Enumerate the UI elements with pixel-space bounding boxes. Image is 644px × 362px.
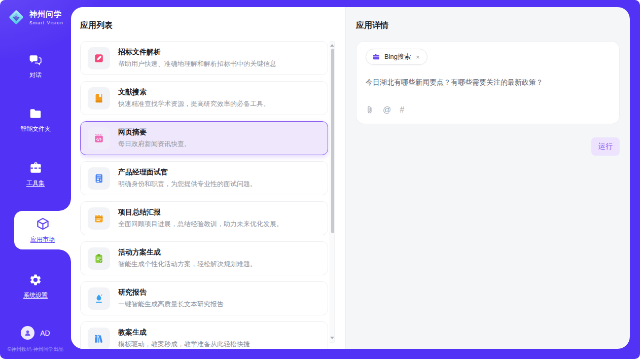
app-list: 招标文件解析 帮助用户快速、准确地理解和解析招标书中的关键信息 文献搜索 — [80, 41, 335, 349]
app-card-title: 项目总结汇报 — [118, 208, 283, 217]
sidebar-item-toolset[interactable]: 工具集 — [0, 157, 71, 191]
user-account[interactable]: AD — [0, 326, 71, 340]
app-card-description: 每日政府新闻资讯快查。 — [118, 139, 191, 149]
app-card-title: 产品经理面试官 — [118, 168, 257, 177]
ink-report-icon — [88, 287, 110, 310]
edit-document-icon — [88, 47, 110, 69]
sidebar-item-label: 工具集 — [26, 179, 45, 188]
sidebar-item-app-market[interactable]: 应用市场 — [14, 211, 71, 249]
prompt-input[interactable]: 今日湖北有哪些新闻要点？有哪些需要关注的最新政策？ — [366, 78, 610, 87]
close-icon[interactable]: × — [415, 53, 421, 61]
app-card-description: 明确身份和职责，为您提供专业性的面试问题。 — [118, 179, 257, 189]
brand-subtitle: Smart Vision — [29, 20, 63, 25]
input-toolbar: @ # — [366, 105, 610, 117]
app-detail-title: 应用详情 — [356, 20, 620, 31]
app-card-lesson-plan[interactable]: 教案生成 模板驱动，教案秒成，教学准备从此轻松快捷 — [80, 321, 328, 349]
cube-icon — [36, 217, 50, 231]
sidebar-item-label: 应用市场 — [30, 235, 55, 244]
browser-code-icon — [88, 127, 110, 150]
calendar-note-icon — [88, 207, 110, 230]
avatar-icon — [23, 329, 32, 337]
diamond-logo-icon — [7, 8, 25, 26]
main-content: 应用列表 招标文件解析 帮助用户快速、准确地理解和解析招标书中的关键信息 — [71, 7, 630, 349]
sidebar-item-settings[interactable]: 系统设置 — [0, 270, 71, 303]
user-name: AD — [40, 329, 50, 337]
app-card-description: 帮助用户快速、准确地理解和解析招标书中的关键信息 — [118, 59, 276, 68]
sidebar-item-label: 对话 — [29, 71, 42, 80]
app-card-description: 全面回顾项目进展，总结经验教训，助力未来优化发展。 — [118, 220, 283, 229]
sidebar-nav: 对话 智能文件夹 — [0, 50, 71, 303]
app-card-web-summary[interactable]: 网页摘要 每日政府新闻资讯快查。 — [80, 121, 328, 155]
app-list-title: 应用列表 — [80, 20, 345, 31]
sidebar-item-label: 系统设置 — [23, 291, 48, 300]
app-card-pm-interviewer[interactable]: 产品经理面试官 明确身份和职责，为您提供专业性的面试问题。 — [80, 161, 328, 195]
copyright-text: ©神州数码·神州问学出品 — [0, 346, 71, 353]
app-card-bid-document-parse[interactable]: 招标文件解析 帮助用户快速、准确地理解和解析招标书中的关键信息 — [80, 41, 328, 75]
app-card-title: 招标文件解析 — [118, 48, 276, 57]
app-card-description: 一键智能生成高质量长文本研究报告 — [118, 300, 224, 309]
prompt-card: Bing搜索 × 今日湖北有哪些新闻要点？有哪些需要关注的最新政策？ @ # — [356, 41, 620, 124]
tool-chip-bing-search[interactable]: Bing搜索 × — [366, 49, 427, 65]
sidebar-item-label: 智能文件夹 — [20, 125, 51, 133]
gear-icon — [29, 273, 42, 286]
sidebar: 神州问学 Smart Vision 对话 — [0, 0, 71, 359]
briefcase-icon — [372, 53, 380, 61]
clipboard-check-icon — [88, 247, 110, 270]
app-card-title: 网页摘要 — [118, 128, 191, 137]
books-icon — [88, 328, 110, 349]
app-card-description: 快速精准查找学术资源，提高研究效率的必备工具。 — [118, 99, 270, 108]
scrollbar-thumb[interactable] — [331, 49, 334, 233]
app-card-project-summary[interactable]: 项目总结汇报 全面回顾项目进展，总结经验教训，助力未来优化发展。 — [80, 201, 328, 235]
toolbox-icon — [29, 161, 43, 174]
app-card-description: 智能生成个性化活动方案，轻松解决规划难题。 — [118, 260, 257, 269]
mention-icon[interactable]: @ — [383, 105, 391, 115]
app-card-literature-search[interactable]: 文献搜索 快速精准查找学术资源，提高研究效率的必备工具。 — [80, 81, 328, 115]
brand-name: 神州问学 — [29, 10, 63, 19]
brand-logo: 神州问学 Smart Vision — [0, 0, 71, 26]
app-list-scrollbar[interactable] — [330, 41, 335, 343]
app-card-title: 文献搜索 — [118, 88, 270, 97]
sidebar-item-chat[interactable]: 对话 — [0, 50, 71, 83]
avatar — [21, 326, 34, 340]
interviewer-document-icon — [88, 167, 110, 190]
sidebar-item-smart-folder[interactable]: 智能文件夹 — [0, 103, 71, 137]
app-card-description: 模板驱动，教案秒成，教学准备从此轻松快捷 — [118, 340, 250, 349]
tool-chip-label: Bing搜索 — [384, 52, 411, 61]
folder-icon — [29, 107, 42, 120]
app-list-panel: 应用列表 招标文件解析 帮助用户快速、准确地理解和解析招标书中的关键信息 — [71, 7, 346, 349]
app-card-title: 教案生成 — [118, 328, 250, 337]
app-card-event-plan[interactable]: 活动方案生成 智能生成个性化活动方案，轻松解决规划难题。 — [80, 241, 328, 275]
scroll-up-arrow[interactable] — [330, 44, 334, 47]
run-row: 运行 — [356, 137, 620, 156]
app-detail-panel: 应用详情 Bing搜索 × 今日湖北有哪些新闻要点？有哪些需要关注的最新政策？ — [346, 7, 630, 349]
chat-icon — [29, 53, 42, 66]
app-card-research-report[interactable]: 研究报告 一键智能生成高质量长文本研究报告 — [80, 281, 328, 315]
app-card-title: 研究报告 — [118, 288, 224, 297]
attachment-icon[interactable] — [366, 105, 374, 115]
run-button[interactable]: 运行 — [591, 137, 620, 156]
scroll-down-arrow[interactable] — [330, 337, 334, 340]
hash-icon[interactable]: # — [400, 105, 404, 115]
book-icon — [88, 87, 110, 110]
app-window: 神州问学 Smart Vision 对话 — [0, 0, 640, 359]
app-card-title: 活动方案生成 — [118, 248, 257, 257]
